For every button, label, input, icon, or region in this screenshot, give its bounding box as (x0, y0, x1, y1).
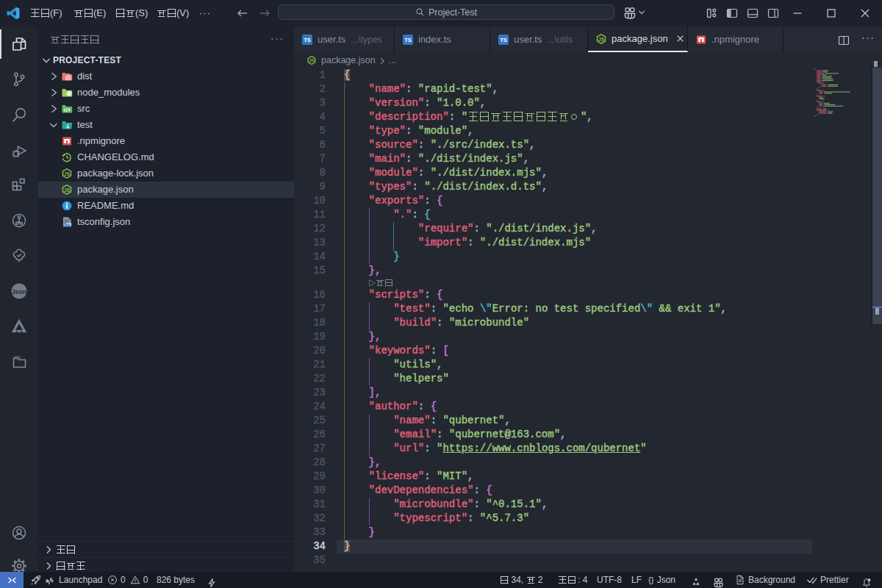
svg-text:JS: JS (309, 58, 315, 62)
svg-text:JS: JS (598, 36, 605, 41)
svg-text:TS: TS (500, 37, 507, 43)
svg-text:TS: TS (304, 37, 311, 43)
svg-text:TS: TS (404, 37, 412, 43)
